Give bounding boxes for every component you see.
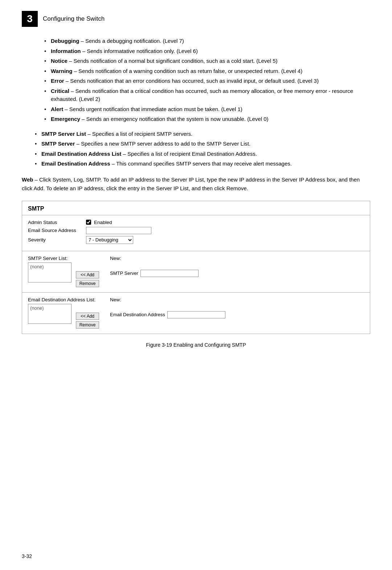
list-item: Alert – Sends urgent notification that i… [44, 105, 370, 114]
bullet-text: – Sends informatative notification only.… [81, 48, 198, 54]
smtp-server-buttons: << Add Remove [76, 271, 99, 287]
severity-row: Severity 7 - Debugging 6 - Informational… [28, 236, 364, 244]
bullet-bold: Alert [51, 106, 63, 112]
smtp-server-list-left: SMTP Server List: (none) << Add Remove [28, 256, 99, 287]
email-dest-section: Email Destination Address List: (none) <… [22, 293, 370, 334]
bullet-bold: Critical [51, 88, 69, 94]
intro-paragraph: Web – Click System, Log, SMTP. To add an… [22, 175, 370, 193]
bullet-text: – Sends a debugging notification. (Level… [79, 38, 184, 44]
bullet-bold: Emergency [51, 116, 80, 122]
page-number: 3-32 [22, 553, 32, 559]
sub-bullet-list: Debugging – Sends a debugging notificati… [44, 37, 370, 123]
bullet-text: – Sends notification of a warning condit… [72, 68, 302, 74]
bullet-text: – Specifies a list of recipient Email De… [121, 151, 257, 157]
bullet-text: – Specifies a list of recipient SMTP ser… [86, 131, 192, 137]
severity-label: Severity [28, 237, 86, 243]
bullet-text: – Sends notification that an error condi… [64, 78, 319, 84]
bullet-bold: Information [51, 48, 81, 54]
chapter-number: 3 [22, 11, 38, 27]
email-dest-list-left: Email Destination Address List: (none) <… [28, 297, 99, 329]
list-item: SMTP Server List – Specifies a list of r… [35, 130, 370, 138]
smtp-server-new-label: New: [110, 256, 199, 261]
admin-status-label: Admin Status [28, 220, 86, 225]
smtp-top-section: Admin Status Enabled Email Source Addres… [22, 215, 370, 251]
list-item: SMTP Server – Specifies a new SMTP serve… [35, 140, 370, 148]
smtp-server-list-label: SMTP Server List: [28, 256, 68, 261]
bullet-bold: Email Destination Address [41, 160, 110, 167]
list-item: Critical – Sends notification that a cri… [44, 87, 370, 103]
smtp-form-title: SMTP [22, 201, 370, 215]
list-item: Email Destination Address – This command… [35, 160, 370, 168]
bullet-bold: Notice [51, 58, 68, 64]
list-item: Email Destination Address List – Specifi… [35, 150, 370, 158]
bullet-bold: Warning [51, 68, 72, 74]
bullet-text: – Sends urgent notification that immedia… [63, 106, 242, 112]
email-dest-buttons: << Add Remove [76, 313, 99, 329]
bullet-text: – Sends notification that a critical con… [51, 88, 353, 102]
email-source-label: Email Source Address [28, 228, 86, 233]
email-dest-add-button[interactable]: << Add [76, 313, 99, 320]
bullet-bold: SMTP Server [41, 141, 75, 147]
smtp-server-list-section: SMTP Server List: (none) << Add Remove N… [22, 251, 370, 293]
smtp-server-new-row: SMTP Server [110, 270, 199, 277]
list-item: Error – Sends notification that an error… [44, 77, 370, 85]
bullet-bold: Debugging [51, 38, 79, 44]
email-source-input[interactable] [86, 227, 151, 234]
figure-caption: Figure 3-19 Enabling and Configuring SMT… [22, 342, 370, 348]
list-item: Emergency – Sends an emergency notificat… [44, 115, 370, 123]
smtp-server-input[interactable] [140, 270, 199, 277]
admin-status-checkbox-label[interactable]: Enabled [86, 220, 112, 225]
admin-status-row: Admin Status Enabled [28, 220, 364, 225]
bullet-bold: SMTP Server List [41, 131, 86, 137]
admin-status-checkbox[interactable] [86, 220, 91, 225]
bullet-text: – Sends notification of a normal but sig… [68, 58, 278, 64]
severity-select[interactable]: 7 - Debugging 6 - Informational 5 - Noti… [86, 236, 133, 244]
bullet-text: – This command specifies SMTP servers th… [110, 160, 292, 167]
admin-status-value: Enabled [94, 220, 112, 225]
page: 3 Configuring the Switch Debugging – Sen… [0, 0, 392, 570]
list-item: Warning – Sends notification of a warnin… [44, 67, 370, 76]
intro-text: – Click System, Log, SMTP. To add an IP … [22, 176, 360, 191]
smtp-form-box: SMTP Admin Status Enabled Email Source A… [22, 201, 370, 334]
list-item: Notice – Sends notification of a normal … [44, 57, 370, 65]
email-dest-new-section: New: Email Destination Address [110, 297, 225, 318]
list-item: Debugging – Sends a debugging notificati… [44, 37, 370, 45]
main-bullet-list: SMTP Server List – Specifies a list of r… [35, 130, 370, 168]
email-dest-new-label: New: [110, 297, 225, 302]
bullet-bold: Error [51, 78, 64, 84]
web-bold: Web [22, 176, 33, 183]
email-source-row: Email Source Address [28, 227, 364, 234]
email-dest-remove-button[interactable]: Remove [76, 321, 99, 329]
list-item: Information – Sends informatative notifi… [44, 47, 370, 56]
bullet-bold: Email Destination Address List [41, 151, 121, 157]
page-header: 3 Configuring the Switch [22, 11, 370, 27]
email-dest-new-row: Email Destination Address [110, 311, 225, 318]
smtp-server-add-button[interactable]: << Add [76, 271, 99, 278]
email-dest-list-label: Email Destination Address List: [28, 297, 95, 302]
bullet-text: – Sends an emergency notification that t… [80, 116, 269, 122]
smtp-server-list-value: (none) [30, 264, 44, 269]
smtp-server-remove-button[interactable]: Remove [76, 280, 99, 287]
email-dest-list-value: (none) [30, 305, 44, 311]
bullet-text: – Specifies a new SMTP server address to… [75, 141, 250, 147]
email-dest-input[interactable] [167, 311, 225, 318]
smtp-server-listbox[interactable]: (none) [28, 262, 72, 282]
email-dest-field-label: Email Destination Address [110, 312, 165, 317]
chapter-title: Configuring the Switch [43, 15, 105, 23]
smtp-server-field-label: SMTP Server [110, 270, 138, 276]
smtp-server-new-section: New: SMTP Server [110, 256, 199, 277]
email-dest-listbox[interactable]: (none) [28, 304, 72, 324]
